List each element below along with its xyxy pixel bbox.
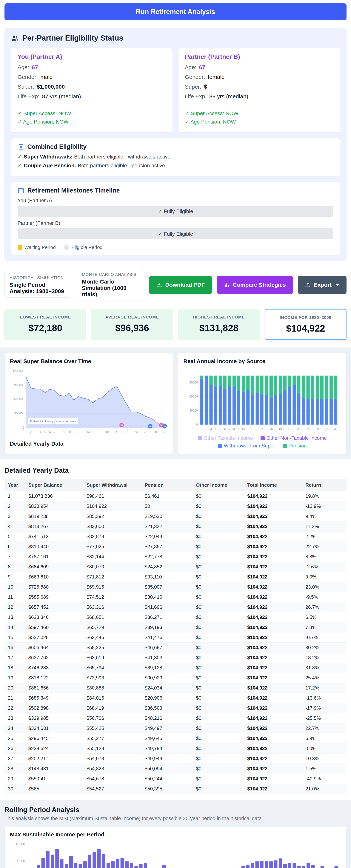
table-header-row: YearSuper BalanceSuper WithdrawalPension…	[4, 479, 347, 491]
export-button[interactable]: Export	[298, 276, 347, 294]
column-header: Total Income	[244, 479, 302, 491]
life-exp-value: 89 yrs (median)	[209, 93, 248, 100]
table-cell: $39,128	[141, 663, 193, 673]
life-exp-value: 87 yrs (median)	[42, 93, 81, 100]
table-cell: $80,070	[83, 562, 141, 572]
table-cell: $49,944	[141, 754, 193, 764]
table-cell: 16	[4, 643, 25, 653]
table-cell: 9	[4, 572, 25, 582]
table-cell: $104,922	[244, 582, 302, 592]
table-cell: $0	[192, 734, 244, 744]
table-cell: 27	[4, 754, 25, 764]
svg-text:8: 8	[59, 430, 60, 434]
clipboard-icon	[18, 143, 24, 150]
monte-carlo-info: MONTE CARLO ANALYSIS Monte Carlo Simulat…	[77, 269, 144, 301]
svg-text:28: 28	[325, 427, 328, 430]
partner-a-title: You (Partner A)	[18, 53, 166, 60]
table-cell: $0	[192, 532, 244, 542]
svg-text:50: 50	[120, 424, 123, 426]
svg-text:10: 10	[67, 430, 71, 434]
table-cell: 28	[4, 764, 25, 774]
table-cell: 3	[4, 512, 25, 522]
legend-swatch	[283, 444, 287, 448]
table-cell: $24,852	[141, 562, 193, 572]
table-cell: $0	[192, 602, 244, 612]
table-cell: $685,349	[25, 693, 83, 703]
table-cell: $104,922	[244, 542, 302, 552]
table-cell: $104,922	[83, 501, 141, 512]
table-cell: 18.2%	[302, 653, 347, 663]
table-cell: 21	[4, 693, 25, 703]
svg-text:12: 12	[251, 427, 254, 430]
table-cell: $0	[192, 632, 244, 643]
svg-text:90000: 90000	[189, 381, 198, 384]
monte-carlo-value: Monte Carlo Simulation (1000 trials)	[82, 278, 139, 298]
table-row: 13$623,346$68,651$36,271$0$104,9226.5%	[4, 612, 347, 622]
svg-text:6: 6	[49, 430, 51, 434]
super-value: $1,000,000	[37, 84, 65, 90]
download-pdf-button[interactable]: Download PDF	[149, 276, 212, 294]
partner-b-card: Partner (Partner B) Age: 67 Gender: fema…	[178, 48, 340, 132]
table-cell: $55,128	[83, 744, 141, 754]
svg-text:26: 26	[316, 427, 319, 430]
timeline-bar-partner-a: ✓ Fully Eligible	[18, 206, 333, 217]
table-cell: $0	[192, 501, 244, 512]
column-header: Return	[302, 479, 347, 491]
table-cell: 22.7%	[302, 542, 347, 552]
compare-strategies-button[interactable]: Compare Strategies	[217, 276, 293, 294]
table-cell: $0	[192, 774, 244, 784]
table-cell: 9.4%	[302, 512, 347, 522]
table-cell: $0	[192, 693, 244, 703]
svg-text:20: 20	[288, 427, 291, 430]
gender-value: male	[40, 74, 53, 80]
table-cell: $58,225	[83, 643, 141, 653]
svg-text:30000: 30000	[189, 409, 198, 412]
table-cell: $104,922	[244, 723, 302, 734]
table-cell: $881,656	[25, 683, 83, 693]
income-chart-title: Real Annual Income by Source	[183, 358, 341, 365]
table-cell: $41,606	[141, 602, 193, 612]
income-chart-legend: Other Taxable IncomeOther Non-Taxable In…	[183, 435, 341, 449]
table-cell: $329,985	[25, 713, 83, 723]
table-cell: 30	[4, 784, 25, 794]
table-cell: 2	[4, 501, 25, 512]
table-cell: $46,697	[141, 643, 193, 653]
compare-strategies-label: Compare Strategies	[233, 282, 286, 288]
table-cell: $104,922	[244, 683, 302, 693]
table-cell: 8	[4, 562, 25, 572]
table-row: 26$239,624$55,128$49,794$0$104,9220.0%	[4, 744, 347, 754]
table-cell: $104,922	[244, 713, 302, 723]
stat-label: INCOME FOR 1980–2009	[269, 315, 342, 320]
column-header: Other Income	[192, 479, 244, 491]
run-retirement-analysis-button[interactable]: Run Retirement Analysis	[4, 3, 347, 20]
stat-card: HIGHEST REAL INCOME$131,828	[178, 309, 260, 340]
table-cell: $334,631	[25, 723, 83, 734]
table-cell: $77,025	[83, 542, 141, 552]
table-cell: 9.0%	[302, 572, 347, 582]
table-cell: $65,794	[83, 663, 141, 673]
income-chart-card: Real Annual Income by Source 03000060000…	[178, 353, 347, 454]
table-cell: $838,954	[25, 501, 83, 512]
table-cell: $74,512	[83, 592, 141, 602]
table-cell: $148,481	[25, 764, 83, 774]
table-cell: $84,016	[83, 693, 141, 703]
svg-text:105000: 105000	[14, 859, 25, 863]
table-cell: $0	[192, 784, 244, 794]
table-cell: $69,915	[83, 582, 141, 592]
svg-text:4: 4	[39, 430, 41, 434]
detailed-yearly-data-label: Detailed Yearly Data	[10, 440, 168, 447]
svg-text:Probability of living a number: Probability of living a number of years	[30, 420, 76, 423]
table-cell: $73,993	[83, 673, 141, 683]
combined-item-label: Couple Age Pension:	[24, 163, 76, 168]
partner-grid: You (Partner A) Age: 67 Gender: male Sup…	[11, 48, 340, 132]
table-cell: 15	[4, 632, 25, 643]
combined-item-text: Both partners eligible - pension active	[78, 163, 165, 168]
table-cell: $80,888	[83, 683, 141, 693]
balance-chart-title: Real Super Balance Over Time	[10, 358, 168, 365]
table-cell: $0	[192, 663, 244, 673]
combined-eligibility-card: Combined Eligibility ✓Super Withdrawals:…	[11, 138, 340, 176]
table-cell: $597,460	[25, 622, 83, 632]
partner-a-gender-row: Gender: male	[18, 74, 166, 80]
table-row: 14$597,460$65,729$39,193$0$104,9227.8%	[4, 622, 347, 632]
svg-text:12: 12	[77, 430, 81, 434]
